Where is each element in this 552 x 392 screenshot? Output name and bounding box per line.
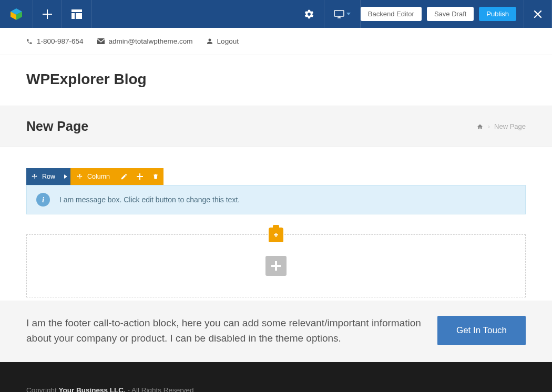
phone-icon [26,38,33,45]
column-handle[interactable]: Column [70,168,116,185]
message-box[interactable]: i I am message box. Click edit button to… [26,185,526,214]
add-element-button[interactable] [33,0,62,28]
page-header: New Page › New Page [0,106,552,147]
publish-button[interactable]: Publish [479,7,516,21]
empty-row[interactable] [26,234,526,297]
close-button[interactable] [524,0,552,28]
page-title: New Page [26,119,88,134]
vc-logo[interactable] [0,0,33,28]
delete-button[interactable] [148,168,163,185]
move-icon [77,173,83,180]
caret-right-icon [64,174,67,179]
site-footer: Copyright Your Business LLC. - All Right… [0,362,552,392]
edit-button[interactable] [116,168,132,185]
site-title: WPExplorer Blog [26,71,526,88]
breadcrumb-current: New Page [494,122,526,130]
phone-item: 1-800-987-654 [26,37,84,45]
site-title-area: WPExplorer Blog [0,55,552,106]
column-label: Column [87,173,110,180]
template-button[interactable] [62,0,92,28]
footer-cta: I am the footer call-to-action block, he… [0,301,552,362]
admin-bar: Backend Editor Save Draft Publish [0,0,552,28]
email-icon [97,38,105,44]
add-button[interactable] [132,168,148,185]
save-draft-button[interactable]: Save Draft [427,7,474,21]
copyright-suffix: - All Rights Reserved [126,386,194,392]
svg-rect-6 [334,11,344,16]
move-icon [32,173,38,180]
settings-button[interactable] [294,0,324,28]
phone-text: 1-800-987-654 [37,37,84,45]
admin-bar-spacer [92,0,294,28]
svg-rect-4 [71,13,75,19]
email-item: admin@totalwptheme.com [97,37,193,45]
breadcrumb: › New Page [476,122,526,130]
info-icon: i [36,193,50,207]
backend-editor-button[interactable]: Backend Editor [361,7,422,21]
column-actions [116,168,163,185]
chevron-right-icon: › [488,122,490,130]
cta-text: I am the footer call-to-action block, he… [26,315,422,346]
editor-area: Row Column i I am message box. Click edi… [0,147,552,297]
element-toolbar: Row Column [26,168,526,185]
home-icon[interactable] [476,123,484,130]
cta-button[interactable]: Get In Touch [437,316,526,345]
viewport-button[interactable] [324,0,361,28]
copyright-prefix: Copyright [26,386,59,392]
svg-rect-3 [71,9,82,12]
logout-link[interactable]: Logout [207,37,239,45]
copyright-company: Your Business LLC. [59,386,126,392]
top-info-bar: 1-800-987-654 admin@totalwptheme.com Log… [0,28,552,55]
message-text: I am message box. Click edit button to c… [59,195,240,204]
row-label: Row [42,173,55,180]
user-icon [207,38,213,45]
row-handle[interactable]: Row [26,168,70,185]
logout-text: Logout [217,37,239,45]
svg-rect-5 [76,13,82,19]
paste-button[interactable] [269,228,283,242]
email-text: admin@totalwptheme.com [109,37,193,45]
add-element-inline-button[interactable] [265,256,287,276]
admin-bar-actions: Backend Editor Save Draft Publish [361,0,524,28]
